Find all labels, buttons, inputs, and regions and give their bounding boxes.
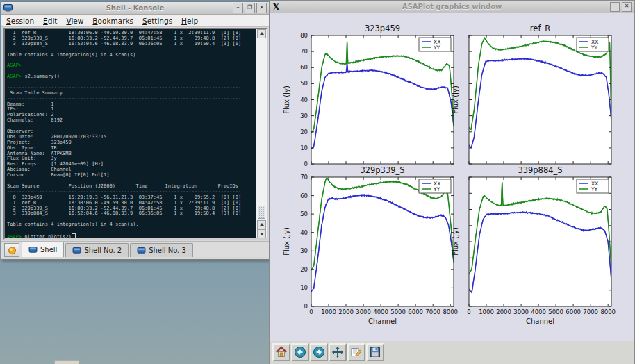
konsole-tabbar: ShellShell No. 2Shell No. 3 [1,241,269,257]
taskbar-fragment [54,360,79,364]
y-axis-label: Flux (Jy) [452,217,461,266]
svg-text:40: 40 [300,97,308,104]
minimize-button[interactable]: – [233,3,243,13]
close-button[interactable]: ✕ [622,2,632,12]
y-axis-label: Flux (Jy) [283,75,292,124]
terminal-line: Channels: 8192 [7,118,256,124]
scroll-up-button[interactable] [257,29,266,38]
menu-item-bookmarks[interactable]: Bookmarks [92,17,133,25]
svg-text:2000: 2000 [496,308,511,315]
svg-text:50: 50 [300,210,308,217]
plot-panel-329p339-s[interactable]: 0102030405060700100020003000400050006000… [283,172,462,322]
svg-text:3000: 3000 [356,308,371,315]
terminal-line: ASAP> s2.summary() [7,74,256,80]
new-session-button[interactable] [4,243,19,257]
svg-text:7000: 7000 [583,308,598,315]
tab-label: Shell No. 2 [84,247,122,254]
pan-move-icon [331,346,344,358]
asaplot-window: X ASAPlot graphics window – ✕ 0102030405… [269,0,635,364]
svg-text:0: 0 [304,303,308,310]
forward-button[interactable] [310,343,328,361]
svg-text:40: 40 [300,229,308,236]
svg-text:YY: YY [591,44,598,51]
konsole-titlebar[interactable]: Shell - Konsole – ❐ ✕ [1,2,269,15]
svg-text:80: 80 [300,32,308,39]
tab-shell[interactable]: Shell [22,242,64,257]
asaplot-window-controls: – ✕ [610,2,632,12]
pan-button[interactable] [329,343,347,361]
svg-text:1000: 1000 [479,308,494,315]
svg-text:YY: YY [591,186,598,192]
maximize-button[interactable]: ❐ [245,3,255,13]
svg-text:4000: 4000 [531,308,546,315]
minimize-button[interactable]: – [610,2,620,12]
tab-shell-no-3[interactable]: Shell No. 3 [130,243,193,257]
home-icon [275,346,288,358]
scroll-up-button-bottom[interactable] [257,220,266,229]
edit-page-icon [350,346,363,358]
terminal-line: Cursor: Beam[0] IF[0] Pol[1] [7,173,256,179]
svg-text:4000: 4000 [373,308,388,315]
terminal-frame: 1 ref_R 18:30:06.0 -49.59.30.0 04:47:58 … [3,28,268,240]
desktop: { "colors": { "terminal_bg": "#0b1d27", … [0,0,635,364]
chart-title: ref_R [469,24,611,33]
forward-arrow-icon [313,346,325,358]
terminal-scrollbar[interactable] [256,29,267,238]
menu-item-settings[interactable]: Settings [142,17,172,25]
svg-text:0: 0 [467,308,470,315]
back-button[interactable] [291,343,309,361]
terminal-line: Table contains 4 integration(s) in 4 sca… [7,222,256,228]
tab-label: Shell No. 3 [149,247,186,254]
plot-panel-339p884-s[interactable]: 010002000300040005000600070008000XXYY [441,172,620,322]
svg-text:10: 10 [300,284,308,291]
svg-text:6000: 6000 [566,308,581,315]
terminal-line: 3 339p884_S 16:52:04.6 -46.08.33.9 06:36… [7,42,256,47]
konsole-window: Shell - Konsole – ❐ ✕ SessionEditViewBoo… [1,1,270,260]
asaplot-window-title: ASAPlot graphics window [270,3,634,10]
plot-toolbar [270,341,634,364]
svg-text:3000: 3000 [513,308,529,315]
asaplot-titlebar[interactable]: X ASAPlot graphics window – ✕ [270,1,634,13]
menu-item-session[interactable]: Session [6,17,34,25]
menu-item-edit[interactable]: Edit [43,17,57,25]
terminal-line [7,124,256,129]
home-button[interactable] [272,343,290,361]
svg-text:70: 70 [300,174,308,181]
terminal-cursor [72,233,76,238]
chart-title: 339p884_S [469,165,611,175]
configure-subplots-button[interactable] [347,343,365,361]
menu-item-view[interactable]: View [66,17,83,25]
svg-text:60: 60 [300,64,308,71]
figure-canvas[interactable]: 01020304050607080XXYYChannel323p459Flux … [270,13,634,341]
terminal-line: ASAP> [7,63,256,69]
tab-label: Shell [40,246,57,254]
svg-text:30: 30 [300,247,308,254]
svg-text:10: 10 [300,144,308,151]
scroll-down-button[interactable] [257,229,266,238]
back-arrow-icon [294,346,306,358]
konsole-window-title: Shell - Konsole [1,4,269,12]
terminal-line: 3 339p884_S 16:52:04.6 -46.08.33.9 06:36… [7,211,256,217]
terminal-output[interactable]: 1 ref_R 18:30:06.0 -49.59.30.0 04:47:58 … [7,31,256,238]
plot-panel-323p459[interactable]: 01020304050607080XXYY [283,30,462,179]
svg-text:YY: YY [433,186,440,192]
chart-title: 323p459 [311,24,454,33]
tab-shell-no-2[interactable]: Shell No. 2 [65,243,129,257]
svg-text:1000: 1000 [321,308,336,315]
terminal-tab-icon [137,247,146,254]
svg-text:0: 0 [309,308,313,315]
svg-text:8000: 8000 [600,308,616,315]
close-button[interactable]: ✕ [256,3,267,13]
x-axis-label: Channel [469,317,611,325]
menu-item-help[interactable]: Help [181,17,198,25]
terminal-tab-icon [72,247,81,254]
scrollbar-thumb[interactable] [258,206,265,219]
svg-text:6000: 6000 [408,308,423,315]
terminal-line [7,58,256,63]
konsole-window-controls: – ❐ ✕ [233,3,267,13]
save-button[interactable] [366,343,384,361]
svg-text:7000: 7000 [425,308,440,315]
svg-text:70: 70 [300,48,308,55]
plot-panel-ref-r[interactable]: XXYY [441,30,620,179]
svg-text:5000: 5000 [390,308,406,315]
